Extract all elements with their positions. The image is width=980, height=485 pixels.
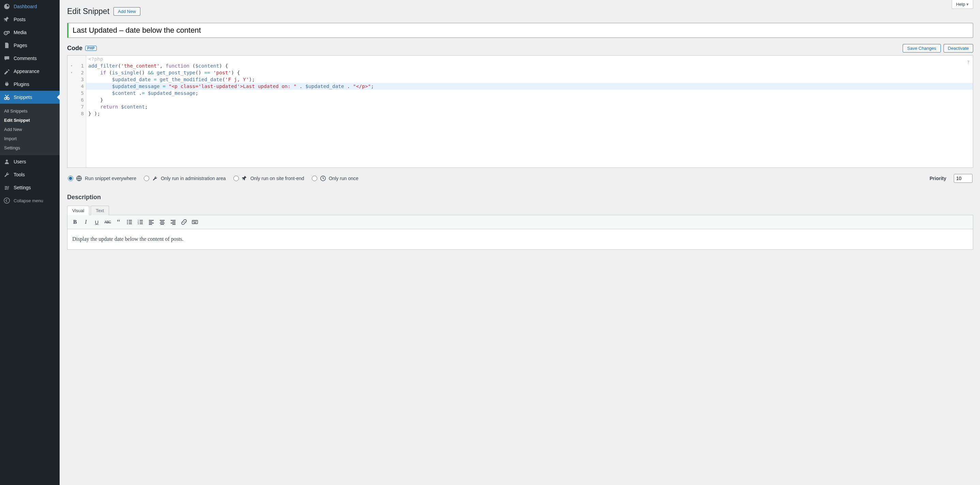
svg-rect-17 xyxy=(140,220,143,221)
menu-snippets[interactable]: Snippets xyxy=(0,91,60,104)
svg-rect-30 xyxy=(171,220,175,221)
menu-label: Dashboard xyxy=(14,4,37,9)
svg-rect-24 xyxy=(149,223,154,223)
collapse-icon xyxy=(3,197,10,204)
italic-button[interactable]: I xyxy=(81,217,91,227)
submenu-edit[interactable]: Edit Snippet xyxy=(0,116,60,125)
collapse-menu[interactable]: Collapse menu xyxy=(0,194,60,207)
svg-point-14 xyxy=(127,223,128,225)
menu-users[interactable]: Users xyxy=(0,155,60,168)
editor-help-icon[interactable]: ? xyxy=(967,59,969,66)
menu-label: Appearance xyxy=(14,69,40,74)
code-heading: Code xyxy=(67,45,83,52)
svg-rect-27 xyxy=(161,221,164,222)
svg-text:3: 3 xyxy=(138,223,139,225)
comments-icon xyxy=(3,55,10,62)
menu-label: Users xyxy=(14,159,26,164)
scope-radio[interactable] xyxy=(68,175,73,181)
description-tabs: Visual Text xyxy=(67,206,973,215)
tab-visual[interactable]: Visual xyxy=(67,206,89,215)
scope-label: Only run once xyxy=(329,175,358,181)
submenu-import[interactable]: Import xyxy=(0,134,60,143)
menu-settings[interactable]: Settings xyxy=(0,181,60,194)
menu-plugins[interactable]: Plugins xyxy=(0,78,60,91)
clock-icon xyxy=(320,175,326,182)
page-title: Edit Snippet xyxy=(67,7,110,16)
code-gutter: ▾1 ▾2 3 4 5 6 7 8 xyxy=(67,56,86,168)
ol-button[interactable]: 123 xyxy=(135,217,145,227)
priority-label: Priority xyxy=(929,175,946,181)
main-content: Help Edit Snippet Add New Code PHP Save … xyxy=(60,0,980,485)
submenu-add[interactable]: Add New xyxy=(0,125,60,134)
link-button[interactable] xyxy=(179,217,189,227)
strike-button[interactable]: ABC xyxy=(103,217,113,227)
svg-point-7 xyxy=(4,198,10,203)
svg-rect-23 xyxy=(149,221,152,222)
menu-label: Plugins xyxy=(14,81,29,87)
svg-rect-39 xyxy=(194,222,196,223)
scope-radio[interactable] xyxy=(144,175,149,181)
svg-rect-26 xyxy=(160,220,165,221)
plugins-icon xyxy=(3,81,10,88)
scope-frontend[interactable]: Only run on site front-end xyxy=(234,175,304,182)
description-body[interactable]: Display the update date below the conten… xyxy=(67,229,973,250)
code-editor[interactable]: ▾1 ▾2 3 4 5 6 7 8 <?php add_filter('the_… xyxy=(67,55,973,168)
bold-button[interactable]: B xyxy=(70,217,80,227)
align-left-button[interactable] xyxy=(146,217,156,227)
menu-comments[interactable]: Comments xyxy=(0,52,60,65)
menu-tools[interactable]: Tools xyxy=(0,168,60,181)
deactivate-button[interactable]: Deactivate xyxy=(943,44,973,53)
menu-label: Posts xyxy=(14,17,25,22)
php-badge: PHP xyxy=(85,46,97,51)
save-changes-button[interactable]: Save Changes xyxy=(903,44,940,53)
snippet-title-input[interactable] xyxy=(67,23,973,38)
svg-rect-31 xyxy=(172,221,175,222)
quote-button[interactable]: “ xyxy=(114,217,123,227)
pin-icon xyxy=(242,175,248,182)
svg-rect-28 xyxy=(160,223,165,223)
svg-rect-37 xyxy=(195,221,196,222)
svg-point-5 xyxy=(8,186,9,187)
align-right-button[interactable] xyxy=(168,217,178,227)
svg-rect-38 xyxy=(196,221,197,222)
snippets-icon xyxy=(3,94,10,101)
menu-pages[interactable]: Pages xyxy=(0,39,60,52)
menu-label: Settings xyxy=(14,185,31,190)
menu-posts[interactable]: Posts xyxy=(0,13,60,26)
menu-media[interactable]: Media xyxy=(0,26,60,39)
underline-button[interactable]: U xyxy=(92,217,102,227)
media-icon xyxy=(3,29,10,36)
add-new-button[interactable]: Add New xyxy=(113,7,140,16)
keyboard-button[interactable] xyxy=(190,217,200,227)
scope-admin[interactable]: Only run in administration area xyxy=(144,175,226,182)
scope-everywhere[interactable]: Run snippet everywhere xyxy=(68,175,136,182)
help-tab[interactable]: Help xyxy=(952,0,973,9)
submenu-snippets: All Snippets Edit Snippet Add New Import… xyxy=(0,104,60,155)
svg-point-12 xyxy=(127,222,128,223)
settings-icon xyxy=(3,184,10,191)
menu-label: Comments xyxy=(14,56,37,61)
scope-row: Run snippet everywhere Only run in admin… xyxy=(67,168,973,189)
svg-rect-35 xyxy=(193,221,194,222)
tab-text[interactable]: Text xyxy=(91,206,109,215)
menu-label: Snippets xyxy=(14,94,32,100)
align-center-button[interactable] xyxy=(158,217,167,227)
menu-label: Media xyxy=(14,30,27,35)
menu-dashboard[interactable]: Dashboard xyxy=(0,0,60,13)
collapse-label: Collapse menu xyxy=(14,198,43,203)
scope-radio[interactable] xyxy=(312,175,317,181)
ul-button[interactable] xyxy=(125,217,134,227)
priority-input[interactable] xyxy=(954,174,972,183)
submenu-all[interactable]: All Snippets xyxy=(0,107,60,116)
svg-rect-15 xyxy=(129,223,132,224)
code-area[interactable]: <?php add_filter('the_content', function… xyxy=(86,56,973,168)
submenu-settings[interactable]: Settings xyxy=(0,143,60,152)
tools-icon xyxy=(3,171,10,178)
scope-label: Run snippet everywhere xyxy=(85,175,136,181)
menu-appearance[interactable]: Appearance xyxy=(0,65,60,78)
pages-icon xyxy=(3,42,10,49)
svg-rect-32 xyxy=(171,223,175,223)
scope-once[interactable]: Only run once xyxy=(312,175,358,182)
globe-icon xyxy=(76,175,82,182)
scope-radio[interactable] xyxy=(234,175,239,181)
